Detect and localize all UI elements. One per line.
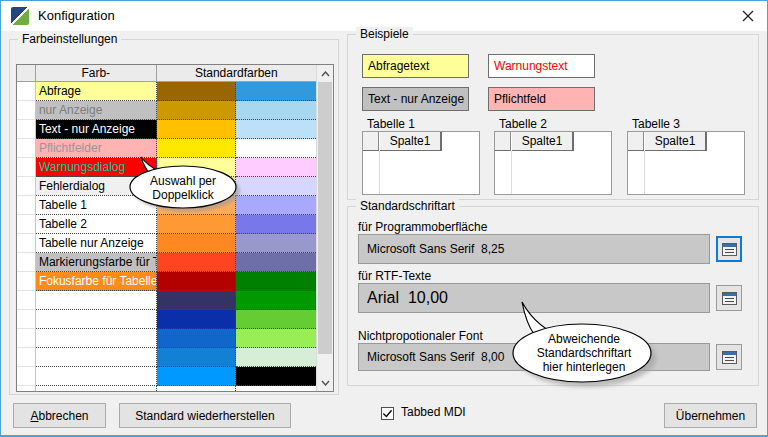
row-selector-cell[interactable] xyxy=(17,272,36,291)
color-setting-name[interactable]: Markierungsfarbe für Tabelle xyxy=(36,253,157,272)
palette-swatch[interactable] xyxy=(157,234,237,253)
mono-font-picker-button[interactable] xyxy=(716,344,742,370)
color-table-row[interactable] xyxy=(17,348,316,367)
row-selector-cell[interactable] xyxy=(17,348,36,367)
palette-swatch[interactable] xyxy=(236,329,316,348)
row-selector-cell[interactable] xyxy=(17,329,36,348)
color-table-row[interactable]: nur Anzeige xyxy=(17,101,316,120)
palette-swatch[interactable] xyxy=(236,367,316,386)
scroll-up-icon[interactable] xyxy=(317,65,333,82)
palette-swatch[interactable] xyxy=(157,177,237,196)
palette-swatch[interactable] xyxy=(157,272,237,291)
color-setting-name[interactable]: Tabelle 1 xyxy=(36,196,157,215)
color-setting-name[interactable] xyxy=(36,367,157,386)
palette-swatch[interactable] xyxy=(157,196,237,215)
palette-swatch[interactable] xyxy=(157,101,237,120)
row-selector-cell[interactable] xyxy=(17,82,36,101)
palette-swatch[interactable] xyxy=(157,215,237,234)
palette-swatch[interactable] xyxy=(157,367,237,386)
ui-font-picker-button[interactable] xyxy=(716,236,742,262)
color-table-row[interactable]: Text - nur Anzeige xyxy=(17,120,316,139)
tabbed-mdi-label[interactable]: Tabbed MDI xyxy=(401,405,466,419)
palette-swatch[interactable] xyxy=(236,82,316,101)
scrollbar-thumb[interactable] xyxy=(318,82,332,354)
color-table-row[interactable]: Fehlerdialog xyxy=(17,177,316,196)
color-table-row[interactable]: Tabelle nur Anzeige xyxy=(17,234,316,253)
row-selector-cell[interactable] xyxy=(17,196,36,215)
row-selector-cell[interactable] xyxy=(17,158,36,177)
palette-swatch[interactable] xyxy=(236,120,316,139)
color-setting-name[interactable]: Fehlerdialog xyxy=(36,177,157,196)
rtf-font-picker-button[interactable] xyxy=(716,285,742,311)
color-table-row[interactable] xyxy=(17,386,316,391)
color-setting-name[interactable]: Warnungsdialog xyxy=(36,158,157,177)
palette-swatch[interactable] xyxy=(157,253,237,272)
palette-swatch[interactable] xyxy=(236,177,316,196)
palette-swatch[interactable] xyxy=(236,310,316,329)
header-standardfarben[interactable]: Standardfarben xyxy=(157,65,316,82)
color-table-row[interactable]: Tabelle 1 xyxy=(17,196,316,215)
color-table-row[interactable]: Warnungsdialog xyxy=(17,158,316,177)
palette-swatch[interactable] xyxy=(157,82,237,101)
palette-swatch[interactable] xyxy=(157,310,237,329)
color-table-row[interactable]: Fokusfarbe für Tabelle xyxy=(17,272,316,291)
palette-swatch[interactable] xyxy=(236,272,316,291)
row-selector-cell[interactable] xyxy=(17,367,36,386)
color-table-scrollbar[interactable] xyxy=(316,65,333,391)
palette-swatch[interactable] xyxy=(236,234,316,253)
palette-swatch[interactable] xyxy=(157,386,237,391)
header-farb[interactable]: Farb- xyxy=(36,65,157,82)
color-setting-name[interactable]: nur Anzeige xyxy=(36,101,157,120)
tabbed-mdi-checkbox[interactable] xyxy=(381,407,394,420)
row-selector-cell[interactable] xyxy=(17,120,36,139)
standard-wiederherstellen-button[interactable]: Standard wiederherstellen xyxy=(119,403,291,428)
color-table-row[interactable] xyxy=(17,367,316,386)
abbrechen-button[interactable]: Abbrechen xyxy=(13,403,106,428)
color-setting-name[interactable]: Text - nur Anzeige xyxy=(36,120,157,139)
color-table-row[interactable] xyxy=(17,291,316,310)
palette-swatch[interactable] xyxy=(157,139,237,158)
row-selector-cell[interactable] xyxy=(17,177,36,196)
color-setting-name[interactable] xyxy=(36,386,157,391)
palette-swatch[interactable] xyxy=(236,196,316,215)
row-selector-cell[interactable] xyxy=(17,291,36,310)
color-setting-name[interactable]: Tabelle 2 xyxy=(36,215,157,234)
palette-swatch[interactable] xyxy=(236,348,316,367)
color-setting-name[interactable] xyxy=(36,291,157,310)
row-selector-cell[interactable] xyxy=(17,139,36,158)
row-selector-cell[interactable] xyxy=(17,101,36,120)
palette-swatch[interactable] xyxy=(157,291,237,310)
palette-swatch[interactable] xyxy=(236,158,316,177)
palette-swatch[interactable] xyxy=(236,101,316,120)
row-selector-cell[interactable] xyxy=(17,310,36,329)
row-selector-cell[interactable] xyxy=(17,234,36,253)
color-table-row[interactable] xyxy=(17,310,316,329)
row-selector-cell[interactable] xyxy=(17,253,36,272)
color-setting-name[interactable]: Tabelle nur Anzeige xyxy=(36,234,157,253)
color-table[interactable]: Farb- Standardfarben Abfragenur AnzeigeT… xyxy=(16,64,334,392)
palette-swatch[interactable] xyxy=(157,348,237,367)
uebernehmen-button[interactable]: Übernehmen xyxy=(664,403,757,428)
palette-swatch[interactable] xyxy=(157,329,237,348)
palette-swatch[interactable] xyxy=(236,139,316,158)
color-setting-name[interactable]: Fokusfarbe für Tabelle xyxy=(36,272,157,291)
row-selector-cell[interactable] xyxy=(17,215,36,234)
palette-swatch[interactable] xyxy=(157,120,237,139)
color-setting-name[interactable] xyxy=(36,348,157,367)
color-setting-name[interactable] xyxy=(36,329,157,348)
palette-swatch[interactable] xyxy=(236,386,316,391)
palette-swatch[interactable] xyxy=(236,215,316,234)
color-setting-name[interactable] xyxy=(36,310,157,329)
palette-swatch[interactable] xyxy=(157,158,237,177)
scroll-down-icon[interactable] xyxy=(317,374,333,391)
palette-swatch[interactable] xyxy=(236,253,316,272)
color-table-row[interactable]: Markierungsfarbe für Tabelle xyxy=(17,253,316,272)
color-table-row[interactable]: Pflichtfelder xyxy=(17,139,316,158)
color-table-row[interactable] xyxy=(17,329,316,348)
palette-swatch[interactable] xyxy=(236,291,316,310)
color-table-row[interactable]: Tabelle 2 xyxy=(17,215,316,234)
color-setting-name[interactable]: Pflichtfelder xyxy=(36,139,157,158)
row-selector-cell[interactable] xyxy=(17,386,36,391)
color-setting-name[interactable]: Abfrage xyxy=(36,82,157,101)
color-table-row[interactable]: Abfrage xyxy=(17,82,316,101)
